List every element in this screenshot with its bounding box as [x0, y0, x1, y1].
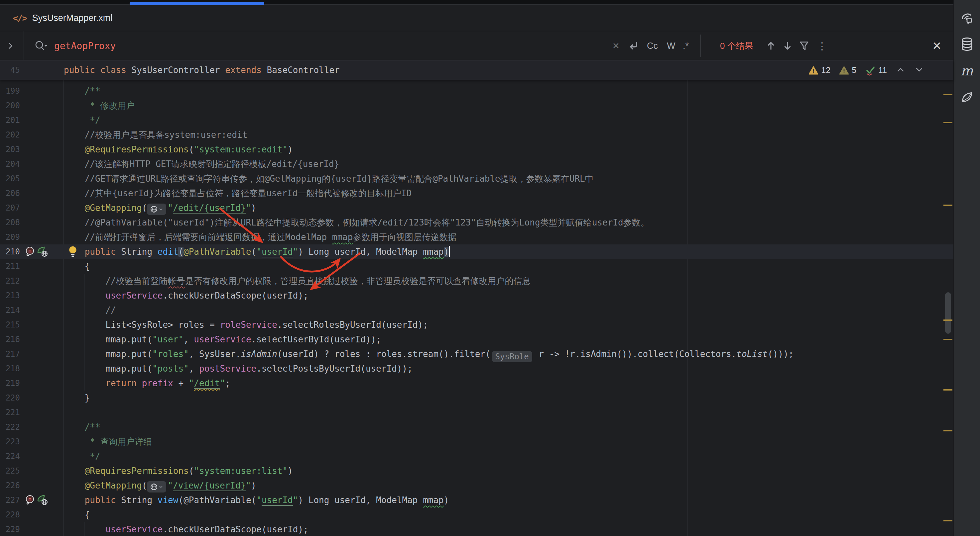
code-line-227[interactable]: 227m public String view(@PathVariable("u… — [0, 493, 953, 507]
code-line-202[interactable]: 202 //校验用户是否具备system:user:edit — [0, 127, 953, 142]
code-line-200[interactable]: 200 * 修改用户 — [0, 98, 953, 113]
code-line-208[interactable]: 208 //@PathVariable("userId")注解从URL路径中提取… — [0, 215, 953, 230]
request-mapping-icon[interactable]: m — [25, 495, 36, 506]
code-text[interactable]: public String view(@PathVariable("userId… — [64, 493, 449, 507]
stripe-warning-mark[interactable] — [943, 520, 952, 522]
code-line-219[interactable]: 219 return prefix + "/edit"; — [0, 376, 953, 390]
code-text[interactable]: userService.checkUserDataScope(userId); — [64, 288, 309, 303]
code-text[interactable]: @GetMapping("/view/{userId}") — [64, 478, 256, 493]
code-line-229[interactable]: 229 userService.checkUserDataScope(userI… — [0, 522, 953, 536]
code-line-226[interactable]: 226 @GetMapping("/view/{userId}") — [0, 478, 953, 493]
code-line-220[interactable]: 220 } — [0, 390, 953, 405]
url-inlay-chip[interactable] — [147, 481, 166, 493]
editor-tab[interactable]: </> SysUserMapper.xml — [13, 5, 112, 31]
next-occurrence-icon[interactable] — [782, 31, 793, 60]
code-area[interactable]: 198199 /**200 * 修改用户201 */202 //校验用户是否具备… — [0, 80, 953, 536]
close-search-icon[interactable]: ✕ — [932, 31, 942, 60]
clear-search-icon[interactable]: ✕ — [612, 31, 620, 60]
code-line-203[interactable]: 203 @RequiresPermissions("system:user:ed… — [0, 142, 953, 157]
stripe-warning-mark[interactable] — [943, 389, 952, 390]
code-line-204[interactable]: 204 //该注解将HTTP GET请求映射到指定路径模板/edit/{user… — [0, 157, 953, 171]
code-line-205[interactable]: 205 //GET请求通过URL路径或查询字符串传参，如@GetMapping的… — [0, 171, 953, 186]
code-line-218[interactable]: 218 mmap.put("posts", postService.select… — [0, 361, 953, 376]
database-icon[interactable] — [960, 37, 974, 51]
code-line-201[interactable]: 201 */ — [0, 113, 953, 127]
code-line-210[interactable]: 210m public String edit(@PathVariable("u… — [0, 244, 953, 259]
code-text[interactable]: //校验当前登陆帐号是否有修改用户的权限，管理员直接跳过校验，非管理员校验是否可… — [64, 274, 531, 288]
code-text[interactable]: @RequiresPermissions("system:user:edit") — [64, 142, 293, 157]
code-line-198[interactable]: 198 — [0, 80, 953, 84]
code-text[interactable]: /** — [64, 84, 100, 98]
code-text[interactable]: public String edit(@PathVariable("userId… — [64, 244, 450, 259]
code-text[interactable]: @GetMapping("/edit/{userId}") — [64, 201, 256, 215]
code-line-216[interactable]: 216 mmap.put("user", userService.selectU… — [0, 332, 953, 347]
code-text[interactable]: } — [64, 390, 90, 405]
code-line-221[interactable]: 221 — [0, 405, 953, 420]
stripe-warning-mark[interactable] — [943, 339, 952, 340]
code-text[interactable]: /** — [64, 420, 100, 435]
filter-icon[interactable] — [799, 31, 810, 60]
code-line-212[interactable]: 212 //校验当前登陆帐号是否有修改用户的权限，管理员直接跳过校验，非管理员校… — [0, 274, 953, 288]
words-toggle[interactable]: W — [667, 31, 675, 60]
code-text[interactable]: @RequiresPermissions("system:user:list") — [64, 464, 293, 478]
scrollbar-thumb[interactable] — [945, 292, 951, 334]
code-text[interactable]: */ — [64, 113, 100, 127]
warnings-strong[interactable]: 12 — [808, 65, 830, 75]
bean-leaf-icon[interactable] — [960, 90, 974, 105]
warnings-weak[interactable]: 5 — [839, 65, 856, 75]
code-line-207[interactable]: 207 @GetMapping("/edit/{userId}") — [0, 201, 953, 215]
code-text[interactable]: //其中{userId}为路径变量占位符，路径变量userId一般指代被修改的目… — [64, 186, 412, 201]
code-text[interactable]: List<SysRole> roles = roleService.select… — [64, 317, 428, 332]
code-line-211[interactable]: 211 { — [0, 259, 953, 274]
code-text[interactable]: //校验用户是否具备system:user:edit — [64, 127, 247, 142]
code-text[interactable]: //前端打开弹窗后，后端需要向前端返回数据，通过ModelMap mmap参数用… — [64, 230, 457, 244]
search-icon[interactable] — [34, 31, 49, 60]
code-line-214[interactable]: 214 // — [0, 303, 953, 317]
code-line-209[interactable]: 209 //前端打开弹窗后，后端需要向前端返回数据，通过ModelMap mma… — [0, 230, 953, 244]
sticky-header[interactable]: 45 public class SysUserController extend… — [0, 60, 953, 80]
code-text[interactable]: * 查询用户详细 — [64, 435, 152, 449]
code-text[interactable]: { — [64, 259, 90, 274]
code-text[interactable]: //GET请求通过URL路径或查询字符串传参，如@GetMapping的{use… — [64, 171, 594, 186]
code-line-222[interactable]: 222 /** — [0, 420, 953, 435]
spring-endpoint-icon[interactable] — [37, 246, 48, 257]
more-options-icon[interactable]: ⋮ — [817, 31, 827, 60]
code-text[interactable]: //@PathVariable("userId")注解从URL路径中提取动态参数… — [64, 215, 649, 230]
typos-ok[interactable]: 11 — [865, 65, 887, 76]
spring-endpoint-icon[interactable] — [37, 495, 48, 506]
stripe-warning-mark[interactable] — [943, 122, 952, 123]
code-line-217[interactable]: 217 mmap.put("roles", SysUser.isAdmin(us… — [0, 347, 953, 361]
next-problem-icon[interactable] — [914, 65, 924, 76]
code-text[interactable]: { — [64, 507, 90, 522]
stripe-warning-mark[interactable] — [943, 94, 952, 95]
match-case-toggle[interactable]: Cc — [647, 31, 658, 60]
code-text[interactable]: * 修改用户 — [64, 98, 135, 113]
code-text[interactable]: userService.checkUserDataScope(userId); — [64, 522, 309, 536]
code-line-228[interactable]: 228 { — [0, 507, 953, 522]
prev-occurrence-icon[interactable] — [765, 31, 776, 60]
code-text[interactable]: */ — [64, 449, 100, 464]
ai-chat-icon[interactable] — [960, 12, 974, 27]
prev-problem-icon[interactable] — [896, 65, 905, 76]
code-line-213[interactable]: 213 userService.checkUserDataScope(userI… — [0, 288, 953, 303]
code-line-199[interactable]: 199 /** — [0, 84, 953, 98]
stripe-warning-mark[interactable] — [943, 205, 952, 206]
inspections-widget[interactable]: 12 5 11 — [808, 60, 924, 80]
stripe-warning-mark[interactable] — [943, 319, 952, 321]
code-line-224[interactable]: 224 */ — [0, 449, 953, 464]
request-mapping-icon[interactable]: m — [25, 246, 36, 257]
regex-toggle[interactable]: .* — [683, 31, 689, 60]
newline-icon[interactable] — [628, 31, 640, 60]
code-line-223[interactable]: 223 * 查询用户详细 — [0, 435, 953, 449]
code-text[interactable]: // — [64, 303, 116, 317]
search-input[interactable]: getAopProxy — [54, 31, 116, 60]
stripe-warning-mark[interactable] — [943, 430, 952, 431]
code-text[interactable]: mmap.put("roles", SysUser.isAdmin(userId… — [64, 347, 794, 361]
code-line-225[interactable]: 225 @RequiresPermissions("system:user:li… — [0, 464, 953, 478]
url-inlay-chip[interactable] — [147, 204, 166, 215]
code-line-215[interactable]: 215 List<SysRole> roles = roleService.se… — [0, 317, 953, 332]
code-text[interactable]: return prefix + "/edit"; — [64, 376, 231, 390]
code-line-206[interactable]: 206 //其中{userId}为路径变量占位符，路径变量userId一般指代被… — [0, 186, 953, 201]
maven-icon[interactable]: m — [960, 63, 974, 78]
code-text[interactable]: //该注解将HTTP GET请求映射到指定路径模板/edit/{userId} — [64, 157, 339, 171]
